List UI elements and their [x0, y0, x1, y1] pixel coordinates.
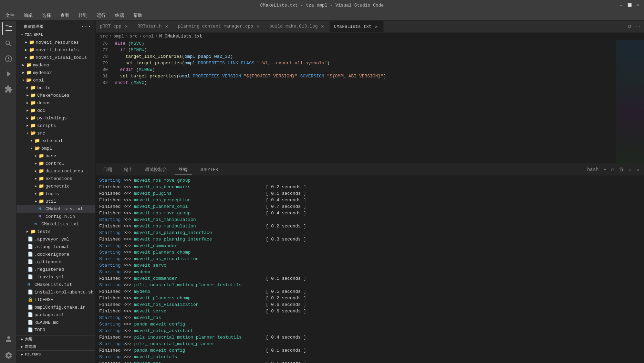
tree-item-package-xml[interactable]: 📄 package.xml	[17, 311, 95, 319]
tree-item-gitignore[interactable]: 📄 .gitignore	[17, 258, 95, 266]
tab-close-rrtstar[interactable]: ✕	[164, 24, 169, 29]
code-line-82: endif (MSVC)	[115, 79, 616, 86]
tree-item-src[interactable]: ▾ 📂 src	[17, 129, 95, 137]
tree-root-label: TZA_OMPL	[25, 33, 43, 37]
tree-root[interactable]: ▾ TZA_OMPL	[17, 31, 95, 39]
tree-item-appveyor[interactable]: 📄 .appveyor.yml	[17, 235, 95, 243]
terminal-content[interactable]: Starting >>> moveit_ros_move_group Finis…	[96, 176, 644, 363]
t-line-29: Finished <<< moveit_ros [ 0.1 seconds ]	[99, 360, 641, 363]
tree-item-util[interactable]: ▶ 📁 util	[17, 197, 95, 205]
terminal-add-icon[interactable]: +	[602, 166, 607, 173]
activity-settings[interactable]	[2, 349, 14, 362]
activity-extensions[interactable]	[2, 83, 14, 95]
tree-item-dockerignore[interactable]: 📄 .dockerignore	[17, 250, 95, 258]
activity-account[interactable]	[2, 333, 14, 345]
tab-planning-context[interactable]: planning_context_manager.cpp ✕	[174, 21, 265, 32]
breadcrumb-src[interactable]: src	[100, 34, 108, 39]
tree-item-mydemo[interactable]: ▶ 📁 mydemo	[17, 61, 95, 69]
tree-item-demos[interactable]: ▶ 📁 demos	[17, 99, 95, 107]
breadcrumb-ompl2[interactable]: ompl	[143, 34, 154, 39]
tree-item-install-sh[interactable]: 📄 install-ompl-ubuntu.sh.in	[17, 288, 95, 296]
breadcrumb-src2[interactable]: src	[129, 34, 137, 39]
tree-item-moveit-tutorials[interactable]: ▶ 📁 moveit_tutorials	[17, 46, 95, 54]
terminal-tabs-bar: 问题 输出 调试控制台 终端 JUPYTER bash + ⊟ 🗑 ⬆ ✕	[96, 164, 644, 176]
tree-item-todo[interactable]: 📄 TODO	[17, 326, 95, 334]
tree-item-build[interactable]: ▶ 📁 build	[17, 84, 95, 92]
tree-item-tools[interactable]: ▶ 📁 tools	[17, 190, 95, 197]
main-layout: 资源管理器 ··· ▾ TZA_OMPL ▶ 📁 moveit_resource…	[0, 21, 644, 363]
tree-item-datastructures[interactable]: ▶ 📁 datastructures	[17, 167, 95, 175]
menu-goto[interactable]: 转到	[76, 12, 90, 19]
tree-item-extensions[interactable]: ▶ 📁 extensions	[17, 175, 95, 182]
more-actions-icon[interactable]: ···	[633, 24, 641, 29]
close-button[interactable]: ✕	[635, 2, 641, 8]
tree-section-outline[interactable]: ▶ 大纲	[17, 335, 95, 343]
tree-item-cmakelists-root[interactable]: M CMakeLists.txt	[17, 281, 95, 288]
maximize-button[interactable]: ⬜	[627, 2, 632, 8]
split-editor-icon[interactable]: ⧉	[628, 24, 631, 29]
tree-item-readme[interactable]: 📄 README.md	[17, 319, 95, 326]
activity-debug[interactable]	[2, 68, 14, 80]
tab-prrt[interactable]: pRRT.cpp ✕	[96, 21, 133, 32]
tree-item-cmakemodules[interactable]: ▶ 📁 CMakeModules	[17, 92, 95, 99]
menu-run[interactable]: 运行	[95, 12, 108, 19]
tree-item-travis[interactable]: 📄 .travis.yml	[17, 273, 95, 281]
terminal-tab-jupyter[interactable]: JUPYTER	[195, 166, 222, 174]
code-line-77: if (MINGW)	[115, 47, 616, 53]
code-content[interactable]: else (MSVC) if (MINGW) target_link_libra…	[111, 40, 616, 163]
menu-terminal[interactable]: 终端	[113, 12, 126, 19]
t-line-28: Starting >>> moveit_tutorials	[99, 354, 641, 360]
terminal-maximize-icon[interactable]: ⬆	[627, 166, 633, 173]
tab-close-cmakelists[interactable]: ✕	[374, 24, 379, 29]
tree-item-doc[interactable]: ▶ 📁 doc	[17, 107, 95, 114]
tree-item-cmakelists-selected[interactable]: M CMakeLists.txt	[17, 205, 95, 213]
menu-file[interactable]: 文件	[3, 12, 17, 19]
terminal-kill-icon[interactable]: 🗑	[617, 166, 625, 173]
tab-cmakelists[interactable]: CMakeLists.txt ✕	[330, 21, 384, 32]
tree-item-ompl[interactable]: ▾ 📂 ompl	[17, 76, 95, 84]
tree-item-cmakelists-outer[interactable]: M CMakeLists.txt	[17, 220, 95, 228]
menu-edit[interactable]: 编辑	[22, 12, 35, 19]
tab-build-log[interactable]: build.make.013.log ✕	[265, 21, 330, 32]
tree-item-geometric[interactable]: ▶ 📁 geometric	[17, 182, 95, 190]
terminal-close-icon[interactable]: ✕	[635, 166, 641, 173]
tab-close-planning-context[interactable]: ✕	[255, 24, 261, 29]
tree-item-mydemo2[interactable]: ▶ 📁 mydemo2	[17, 69, 95, 76]
tree-item-registered[interactable]: 📄 .registered	[17, 266, 95, 273]
tab-rrtstar[interactable]: RRTstar.h ✕	[133, 21, 174, 32]
activity-source-control[interactable]	[2, 53, 14, 65]
menu-select[interactable]: 选择	[40, 12, 53, 19]
tree-item-tests[interactable]: ▶ 📁 tests	[17, 228, 95, 235]
tree-item-external[interactable]: ▶ 📁 external	[17, 137, 95, 145]
tree-item-control[interactable]: ▶ 📁 control	[17, 160, 95, 167]
menu-view[interactable]: 查看	[58, 12, 71, 19]
tree-item-ompl-inner[interactable]: ▾ 📂 ompl	[17, 145, 95, 152]
activity-search[interactable]	[2, 38, 14, 50]
tree-item-py-bindings[interactable]: ▶ 📁 py-bindings	[17, 114, 95, 122]
tree-section-filters[interactable]: ▶ FILTERS	[17, 350, 95, 358]
menu-help[interactable]: 帮助	[131, 12, 144, 19]
terminal-split-icon[interactable]: ⊟	[610, 166, 615, 173]
tree-item-base[interactable]: ▶ 📁 base	[17, 152, 95, 160]
breadcrumb-ompl[interactable]: ompl	[113, 34, 124, 39]
tree-item-config-h-in[interactable]: M config.h.in	[17, 213, 95, 220]
terminal-tab-problems[interactable]: 问题	[99, 165, 116, 174]
tabs-bar: pRRT.cpp ✕ RRTstar.h ✕ planning_context_…	[96, 21, 644, 33]
tree-section-network[interactable]: ▶ 对网络	[17, 343, 95, 350]
terminal-tab-output[interactable]: 输出	[120, 165, 137, 174]
window-controls[interactable]: — ⬜ ✕	[619, 2, 641, 8]
tab-toolbar: ⧉ ···	[625, 21, 644, 32]
minimize-button[interactable]: —	[619, 2, 624, 8]
tab-close-prrt[interactable]: ✕	[123, 24, 129, 29]
tree-item-scripts[interactable]: ▶ 📁 scripts	[17, 122, 95, 129]
terminal-tab-terminal[interactable]: 终端	[175, 165, 192, 174]
tree-item-license[interactable]: 🔒 LICENSE	[17, 296, 95, 303]
terminal-tab-debug[interactable]: 调试控制台	[141, 165, 171, 174]
tree-item-moveit-visual-tools[interactable]: ▶ 📁 moveit_visual_tools	[17, 54, 95, 61]
tab-close-build-log[interactable]: ✕	[320, 24, 325, 29]
sidebar-more-icon[interactable]: ···	[81, 23, 91, 30]
tree-item-clang-format[interactable]: 📄 .clang-format	[17, 243, 95, 250]
tree-item-moveit-resources[interactable]: ▶ 📁 moveit_resources	[17, 39, 95, 46]
tree-item-ompl-config[interactable]: 📄 omplConfig.cmake.in	[17, 303, 95, 311]
activity-explorer[interactable]	[2, 22, 14, 35]
